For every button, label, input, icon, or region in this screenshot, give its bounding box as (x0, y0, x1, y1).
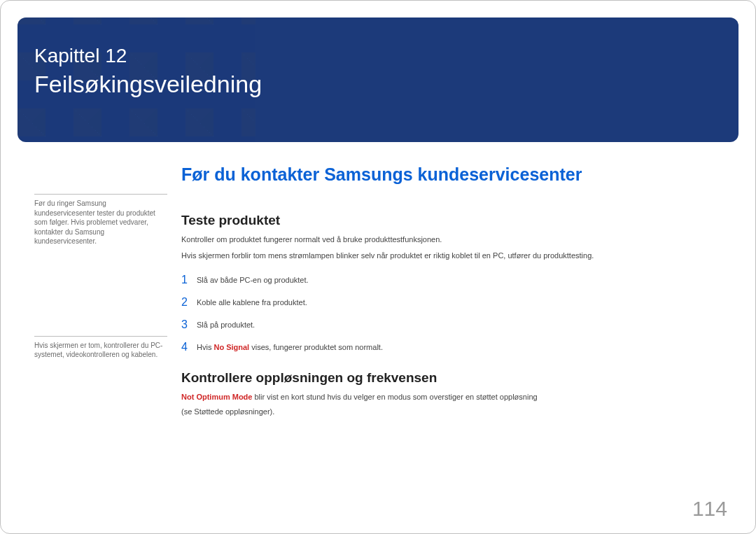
paragraph-rest: blir vist en kort stund hvis du velger e… (252, 393, 537, 401)
paragraph: Not Optimum Mode blir vist en kort stund… (181, 391, 722, 403)
sidebar-note-2: Hvis skjermen er tom, kontrollerer du PC… (34, 336, 167, 360)
paragraph: Kontroller om produktet fungerer normalt… (181, 234, 722, 246)
sidebar-note-1: Før du ringer Samsung kundeservicesenter… (34, 194, 167, 246)
step-row: 1 Slå av både PC-en og produktet. (181, 274, 722, 286)
step-number: 4 (181, 341, 197, 353)
step-text-suffix: vises, fungerer produktet som normalt. (249, 343, 383, 351)
highlight-no-signal: No Signal (214, 343, 249, 351)
section-heading-resolution: Kontrollere oppløsningen og frekvensen (181, 370, 722, 386)
chapter-banner: Kapittel 12 Feilsøkingsveiledning (18, 17, 738, 142)
paragraph: Hvis skjermen forblir tom mens strømlamp… (181, 250, 722, 262)
banner-text-block: Kapittel 12 Feilsøkingsveiledning (34, 44, 262, 98)
step-text-prefix: Hvis (197, 343, 214, 351)
step-row: 4 Hvis No Signal vises, fungerer produkt… (181, 341, 722, 353)
manual-page: Kapittel 12 Feilsøkingsveiledning Før du… (0, 0, 756, 534)
step-number: 2 (181, 296, 197, 309)
chapter-label: Kapittel 12 (34, 44, 262, 68)
steps-list: 1 Slå av både PC-en og produktet. 2 Kobl… (181, 274, 722, 353)
step-text: Slå av både PC-en og produktet. (197, 274, 309, 284)
step-text: Koble alle kablene fra produktet. (197, 296, 307, 307)
step-row: 2 Koble alle kablene fra produktet. (181, 296, 722, 309)
highlight-not-optimum: Not Optimum Mode (181, 393, 252, 401)
step-text: Hvis No Signal vises, fungerer produktet… (197, 341, 383, 351)
step-number: 3 (181, 318, 197, 331)
main-column: Før du kontakter Samsungs kundeservicese… (181, 164, 722, 417)
step-number: 1 (181, 274, 197, 286)
paragraph: (se Støttede oppløsninger). (181, 406, 722, 418)
step-row: 3 Slå på produktet. (181, 318, 722, 331)
section-heading-h1: Før du kontakter Samsungs kundeservicese… (181, 164, 722, 185)
page-content: Før du ringer Samsung kundeservicesenter… (34, 164, 722, 514)
section-heading-test-product: Teste produktet (181, 213, 722, 228)
sidebar-notes: Før du ringer Samsung kundeservicesenter… (34, 194, 167, 360)
chapter-title: Feilsøkingsveiledning (34, 71, 262, 98)
page-number: 114 (692, 497, 727, 521)
step-text: Slå på produktet. (197, 318, 255, 329)
